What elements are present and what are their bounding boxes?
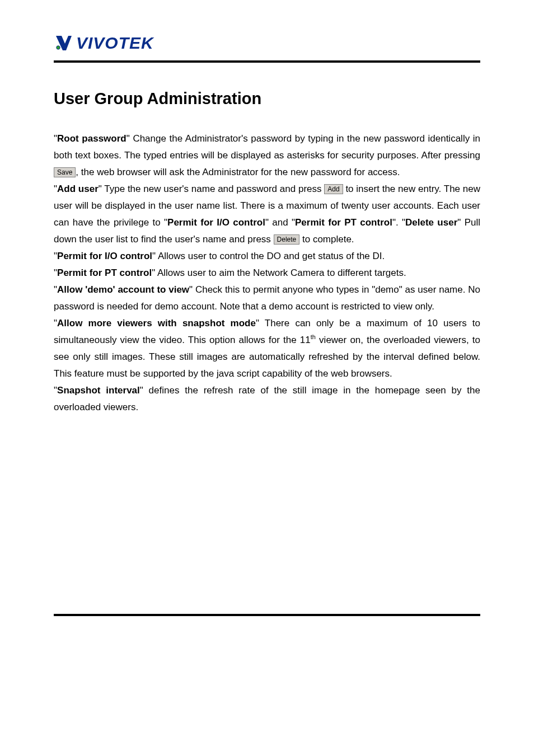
term-add-user: Add user	[57, 184, 99, 194]
paragraph-permit-io: "Permit for I/O control" Allows user to …	[54, 248, 480, 265]
header-divider	[54, 60, 480, 63]
paragraph-allow-demo: "Allow 'demo' account to view" Check thi…	[54, 281, 480, 315]
body-text: "Root password" Change the Administrator…	[54, 130, 480, 416]
text-permit-io: " Allows user to control the DO and get …	[152, 251, 385, 261]
text-du-2: to complete.	[299, 234, 354, 245]
paragraph-snapshot: "Snapshot interval" defines the refresh …	[54, 382, 480, 416]
paragraph-permit-pt: "Permit for PT control" Allows user to a…	[54, 265, 480, 281]
term-snapshot-interval: Snapshot interval	[57, 385, 140, 396]
page-title: User Group Administration	[54, 90, 480, 108]
paragraph-root-password: "Root password" Change the Administrator…	[54, 130, 480, 181]
text-au-4: ". "	[392, 217, 405, 228]
text-am-sup: th	[311, 334, 316, 340]
term-allow-demo: Allow 'demo' account to view	[57, 284, 189, 295]
save-button-chip: Save	[54, 167, 76, 177]
text-au-3: " and "	[265, 217, 295, 228]
term-root-password: Root password	[57, 133, 127, 144]
paragraph-add-user: "Add user" Type the new user's name and …	[54, 181, 480, 248]
term-permit-io: Permit for I/O control	[57, 251, 152, 261]
logo: VIVOTEK	[54, 34, 480, 53]
svg-point-0	[57, 46, 60, 49]
term-permit-io-inline: Permit for I/O control	[167, 217, 265, 228]
term-delete-user: Delete user	[405, 217, 457, 228]
delete-button-chip: Delete	[274, 234, 300, 245]
text-rp-2: , the web browser will ask the Administr…	[76, 167, 400, 177]
term-allow-more: Allow more viewers with snapshot mode	[57, 318, 256, 328]
vivotek-mark-icon	[54, 34, 73, 53]
add-button-chip: Add	[324, 184, 343, 194]
footer-divider	[54, 614, 480, 616]
logo-text: VIVOTEK	[76, 34, 154, 53]
paragraph-allow-more: "Allow more viewers with snapshot mode" …	[54, 315, 480, 382]
document-page: VIVOTEK User Group Administration "Root …	[0, 0, 534, 756]
text-permit-pt: " Allows user to aim the Network Camera …	[152, 267, 406, 278]
term-permit-pt-inline: Permit for PT control	[295, 217, 392, 228]
text-au-1: " Type the new user's name and password …	[99, 184, 324, 194]
term-permit-pt: Permit for PT control	[57, 267, 152, 278]
